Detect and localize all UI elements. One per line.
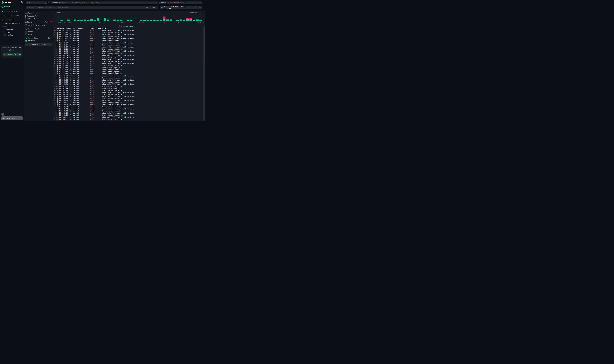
table-row[interactable]: ›May 15 1:42:43.336 PMpaymentinfoCharge … xyxy=(54,36,203,38)
col-servicename[interactable]: ServiceName xyxy=(72,27,89,29)
table-row[interactable]: ›May 15 1:42:05.450 PMpaymentinfoCharge … xyxy=(54,52,203,54)
run-query-button[interactable] xyxy=(196,6,202,10)
table-row[interactable]: ›May 15 1:40:38.466 PMpaymenterrorVisa c… xyxy=(54,96,203,98)
histogram-bar[interactable] xyxy=(189,18,192,21)
row-expand-chevron-icon[interactable]: › xyxy=(54,34,55,36)
clear-all-link[interactable]: Clear all xyxy=(44,21,52,23)
histogram-bar[interactable] xyxy=(97,18,99,21)
filter-option-info[interactable]: info xyxy=(25,33,52,35)
histogram-bar[interactable] xyxy=(166,19,169,21)
table-row[interactable]: ›May 15 1:40:14.511 PMpaymenterrorVisa c… xyxy=(54,108,203,110)
histogram-bar[interactable] xyxy=(160,20,162,21)
sidebar-item-search[interactable]: Search xyxy=(0,4,24,9)
table-row[interactable]: ›May 15 1:42:27.131 PMpaymenterrorVisa c… xyxy=(54,42,203,44)
table-row[interactable]: ›May 15 1:41:14.373 PMpaymentinfoTransac… xyxy=(54,87,203,89)
row-expand-chevron-icon[interactable]: › xyxy=(54,67,55,68)
table-row[interactable]: ›May 15 1:41:57.183 PMpaymenterrorVisa c… xyxy=(54,63,203,65)
table-row[interactable]: ›May 15 1:42:04.376 PMpaymentinfoCharge … xyxy=(54,56,203,58)
row-expand-chevron-icon[interactable]: › xyxy=(54,108,55,110)
sidebar-collapse-icon[interactable] xyxy=(21,1,23,3)
table-row[interactable]: ›May 15 1:41:21.678 PMpaymenterrorVisa c… xyxy=(54,83,203,85)
table-row[interactable]: ›May 15 1:41:53.274 PMpaymentinfoTransac… xyxy=(54,67,203,69)
sidebar-item-dashboards[interactable]: Dashboards xyxy=(0,18,24,22)
order-by-input[interactable]: ORDER BY TimestampTime DESC xyxy=(159,1,202,4)
row-expand-chevron-icon[interactable]: › xyxy=(54,79,55,81)
histogram-bar[interactable] xyxy=(180,19,182,21)
table-row[interactable]: ›May 15 1:42:36.188 PMpaymenterrorVisa c… xyxy=(54,38,203,40)
preset-clickhouse[interactable]: Clickhouse xyxy=(0,28,24,31)
histogram-bar[interactable] xyxy=(67,20,69,21)
row-expand-chevron-icon[interactable]: › xyxy=(54,83,55,85)
row-expand-chevron-icon[interactable]: › xyxy=(54,87,55,89)
histogram-bar[interactable] xyxy=(114,20,116,21)
row-expand-chevron-icon[interactable]: › xyxy=(54,118,55,120)
search-input[interactable] xyxy=(27,7,145,9)
table-row[interactable]: ›May 15 1:42:05.460 PMpaymenterrorVisa c… xyxy=(54,50,203,52)
histogram-bar[interactable] xyxy=(176,20,179,21)
search-icon[interactable] xyxy=(25,37,27,39)
table-row[interactable]: ›May 15 1:40:44.546 PMpaymentinfoCharge … xyxy=(54,93,203,95)
row-expand-chevron-icon[interactable]: › xyxy=(54,38,55,40)
histogram-bar[interactable] xyxy=(193,20,195,21)
row-expand-chevron-icon[interactable]: › xyxy=(54,114,55,116)
row-expand-chevron-icon[interactable]: › xyxy=(54,44,55,46)
row-expand-chevron-icon[interactable]: › xyxy=(54,110,55,112)
histogram-bar[interactable] xyxy=(199,20,202,21)
time-range-picker[interactable]: May 15 13:32:00 - May 15 13:43:00 xyxy=(160,6,196,10)
filter-option-payment[interactable]: payment xyxy=(25,40,52,42)
table-row[interactable]: ›May 15 1:42:04.392 PMpaymenterrorVisa c… xyxy=(54,54,203,56)
histogram-bar[interactable] xyxy=(104,18,106,21)
histogram-bar[interactable] xyxy=(153,20,156,21)
create-dashboard-link[interactable]: + Create Dashboard xyxy=(0,22,24,25)
denoise-results-option[interactable]: Denoise Results xyxy=(25,24,52,26)
table-row[interactable]: ›May 15 1:40:44.563 PMpaymenterrorVisa c… xyxy=(54,91,203,93)
row-expand-chevron-icon[interactable]: › xyxy=(54,91,55,93)
table-row[interactable]: ›May 15 1:41:47.823 PMpaymentinfoTransac… xyxy=(54,71,203,73)
table-row[interactable]: ›May 15 1:40:10.601 PMpaymenterrorVisa c… xyxy=(54,112,203,114)
histogram-bar[interactable] xyxy=(84,20,86,21)
filter-option-error[interactable]: error xyxy=(25,31,52,33)
histogram-bar[interactable] xyxy=(196,19,198,21)
table-row[interactable]: ›May 15 1:42:43.360 PMpaymenterrorVisa c… xyxy=(54,34,203,36)
clear-service-link[interactable]: Clear xyxy=(48,37,52,39)
table-row[interactable]: ›May 15 1:41:14.361 PMpaymentinfoCharge … xyxy=(54,89,203,91)
histogram-bar[interactable] xyxy=(163,16,165,21)
row-expand-chevron-icon[interactable]: › xyxy=(54,94,55,95)
resume-live-tail-button[interactable]: Resume Live Tail xyxy=(119,25,139,28)
table-row[interactable]: ›May 15 1:40:38.462 PMpaymentinfoCharge … xyxy=(54,98,203,100)
histogram-bar[interactable] xyxy=(77,20,79,21)
histogram-bar[interactable] xyxy=(146,20,149,21)
table-row[interactable]: ›May 15 1:40:07.413 PMpaymenterrorVisa c… xyxy=(54,116,203,118)
table-row[interactable]: ›May 15 1:42:36.184 PMpaymentinfoCharge … xyxy=(54,40,203,42)
sidebar-item-client-sessions[interactable]: Client Sessions xyxy=(0,13,24,18)
table-row[interactable]: ›May 15 1:42:01.824 PMpaymenterrorVisa c… xyxy=(54,58,203,60)
row-expand-chevron-icon[interactable]: › xyxy=(54,46,55,48)
row-expand-chevron-icon[interactable]: › xyxy=(54,30,55,31)
row-expand-chevron-icon[interactable]: › xyxy=(54,116,55,118)
tab-results-table[interactable]: Results Table xyxy=(25,15,52,17)
histogram-bar[interactable] xyxy=(157,20,159,21)
col-body[interactable]: Body xyxy=(101,27,201,29)
histogram-bar[interactable] xyxy=(127,20,129,21)
table-row[interactable]: ›May 15 1:41:21.652 PMpaymentinfoCharge … xyxy=(54,85,203,87)
row-expand-chevron-icon[interactable]: › xyxy=(54,104,55,106)
histogram-bar[interactable] xyxy=(80,20,83,21)
row-expand-chevron-icon[interactable]: › xyxy=(54,77,55,79)
histogram-bar[interactable] xyxy=(74,20,76,21)
row-expand-chevron-icon[interactable]: › xyxy=(54,102,55,104)
source-select[interactable]: Logs xyxy=(26,1,47,4)
row-expand-chevron-icon[interactable]: › xyxy=(54,90,55,91)
histogram-bar[interactable] xyxy=(120,20,122,21)
presets-toggle[interactable]: PRESETS xyxy=(0,25,24,28)
table-row[interactable]: ›May 15 1:41:30.275 PMpaymentinfoCharge … xyxy=(54,77,203,79)
row-expand-chevron-icon[interactable]: › xyxy=(54,56,55,58)
col-timestamp[interactable]: Timestamp (Local) xyxy=(55,27,72,29)
col-severitytext[interactable]: SeverityText xyxy=(89,27,101,29)
table-row[interactable]: ›May 15 1:40:24.219 PMpaymenterrorVisa c… xyxy=(54,104,203,106)
histogram-bar[interactable] xyxy=(87,20,90,21)
row-expand-chevron-icon[interactable]: › xyxy=(54,52,55,54)
table-row[interactable]: ›May 15 1:41:25.373 PMpaymenterrorVisa c… xyxy=(54,79,203,81)
row-expand-chevron-icon[interactable]: › xyxy=(54,59,55,60)
table-row[interactable]: ›May 15 1:40:26.444 PMpaymentinfoCharge … xyxy=(54,102,203,104)
help-button[interactable]: ? xyxy=(1,113,4,116)
